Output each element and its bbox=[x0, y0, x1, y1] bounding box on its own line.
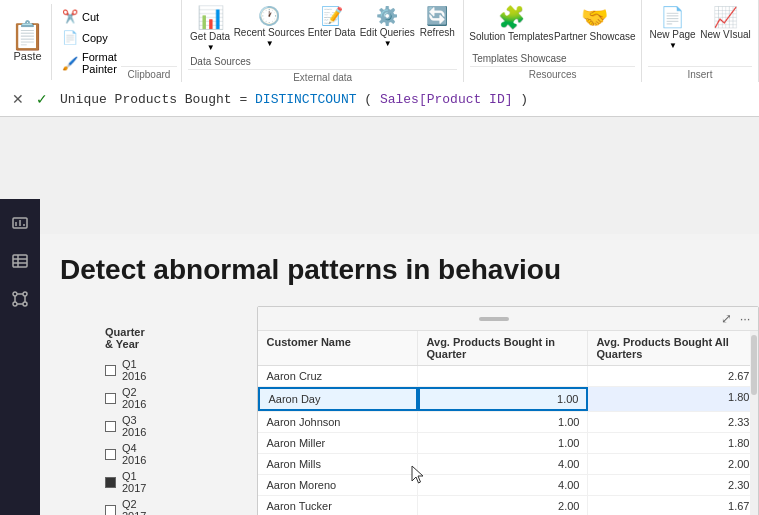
cell-all: 2.30 bbox=[588, 475, 758, 495]
formula-accept-icon[interactable]: ✓ bbox=[32, 89, 52, 109]
cell-quarter: 1.00 bbox=[418, 412, 588, 432]
table-row[interactable]: Aaron Mills 4.00 2.00 bbox=[258, 454, 758, 475]
edit-queries-dropdown-arrow: ▼ bbox=[384, 39, 392, 48]
visual-header-icons: ⤢ ··· bbox=[721, 311, 751, 326]
cell-quarter: 4.00 bbox=[418, 454, 588, 474]
clipboard-group: 📋 Paste ✂️ Cut 📄 Copy 🖌️ Format Painter bbox=[0, 0, 182, 82]
cell-all: 2.67 bbox=[588, 366, 758, 386]
visual-header: ⤢ ··· bbox=[258, 307, 758, 331]
sidebar-icon-report[interactable] bbox=[4, 207, 36, 239]
table-row[interactable]: Aaron Moreno 4.00 2.30 bbox=[258, 475, 758, 496]
partner-showcase-button[interactable]: 🤝 Partner Showcase bbox=[555, 4, 635, 46]
page-title: Detect abnormal patterns in behaviou bbox=[60, 254, 739, 286]
main-canvas: Detect abnormal patterns in behaviou Qua… bbox=[40, 234, 759, 515]
data-sources-label: Data Sources bbox=[188, 56, 457, 67]
visual-more-icon[interactable]: ··· bbox=[740, 311, 751, 326]
table-visual: ⤢ ··· Customer Name Avg. Products Bought… bbox=[257, 306, 759, 515]
drag-handle bbox=[479, 317, 509, 321]
table-row[interactable]: Aaron Day 1.00 1.80 bbox=[258, 387, 758, 412]
sidebar bbox=[0, 199, 40, 515]
refresh-button[interactable]: 🔄 Refresh bbox=[418, 4, 458, 42]
formula-bar: ✕ ✓ Unique Products Bought = DISTINCTCOU… bbox=[0, 82, 759, 117]
enter-data-button[interactable]: 📝 Enter Data bbox=[306, 4, 357, 42]
external-data-group: 📊 Get Data ▼ 🕐 Recent Sources ▼ 📝 Enter … bbox=[182, 0, 464, 82]
formula-paren-open: ( bbox=[364, 92, 380, 107]
cell-quarter: 4.00 bbox=[418, 475, 588, 495]
cell-name: Aaron Tucker bbox=[258, 496, 418, 515]
slicer-checkbox-3 bbox=[105, 449, 116, 460]
slicer-item-4[interactable]: Q1 2017 bbox=[105, 468, 146, 496]
cell-quarter: 2.00 bbox=[418, 496, 588, 515]
visual-expand-icon[interactable]: ⤢ bbox=[721, 311, 732, 326]
content-area: Detect abnormal patterns in behaviou Qua… bbox=[0, 117, 759, 515]
recent-sources-button[interactable]: 🕐 Recent Sources ▼ bbox=[234, 4, 304, 51]
slicer-checkbox-5 bbox=[105, 505, 116, 516]
resources-items: 🧩 Solution Templates 🤝 Partner Showcase bbox=[470, 4, 635, 52]
formula-argument: Sales[Product ID] bbox=[380, 92, 513, 107]
new-page-button[interactable]: 📄 New Page ▼ bbox=[648, 4, 697, 53]
cut-button[interactable]: ✂️ Cut bbox=[58, 7, 121, 26]
recent-sources-dropdown-arrow: ▼ bbox=[266, 39, 274, 48]
col-header-name: Customer Name bbox=[258, 331, 418, 365]
sidebar-icon-data[interactable] bbox=[4, 245, 36, 277]
slicer-visual: Quarter & Year Q1 2016 Q2 2016 Q3 2016 bbox=[105, 326, 146, 515]
cell-all: 2.00 bbox=[588, 454, 758, 474]
formula-function: DISTINCTCOUNT bbox=[255, 92, 356, 107]
formula-content: Unique Products Bought = DISTINCTCOUNT (… bbox=[60, 92, 751, 107]
paste-button[interactable]: 📋 Paste bbox=[4, 4, 51, 80]
cell-name: Aaron Moreno bbox=[258, 475, 418, 495]
slicer-checkbox-4 bbox=[105, 477, 116, 488]
new-visual-button[interactable]: 📈 New VIsual bbox=[699, 4, 752, 44]
templates-showcase-label: Templates Showcase bbox=[470, 53, 635, 64]
cell-name: Aaron Miller bbox=[258, 433, 418, 453]
scrollbar-thumb bbox=[751, 335, 757, 395]
cell-all: 1.67 bbox=[588, 496, 758, 515]
insert-items: 📄 New Page ▼ 📈 New VIsual bbox=[648, 4, 752, 64]
table-header: Customer Name Avg. Products Bought in Qu… bbox=[258, 331, 758, 366]
table-row[interactable]: Aaron Johnson 1.00 2.33 bbox=[258, 412, 758, 433]
get-data-button[interactable]: 📊 Get Data ▼ bbox=[188, 4, 232, 55]
clipboard-secondary: ✂️ Cut 📄 Copy 🖌️ Format Painter bbox=[51, 4, 121, 80]
solution-templates-button[interactable]: 🧩 Solution Templates bbox=[470, 4, 553, 46]
formula-bar-icons: ✕ ✓ bbox=[8, 89, 52, 109]
format-painter-button[interactable]: 🖌️ Format Painter bbox=[58, 49, 121, 77]
sidebar-icon-model[interactable] bbox=[4, 283, 36, 315]
slicer-item-5[interactable]: Q2 2017 bbox=[105, 496, 146, 515]
ribbon-toolbar: 📋 Paste ✂️ Cut 📄 Copy 🖌️ Format Painter bbox=[0, 0, 759, 82]
slicer-item-1[interactable]: Q2 2016 bbox=[105, 384, 146, 412]
external-data-items: 📊 Get Data ▼ 🕐 Recent Sources ▼ 📝 Enter … bbox=[188, 4, 457, 55]
slicer-item-0[interactable]: Q1 2016 bbox=[105, 356, 146, 384]
cell-name: Aaron Johnson bbox=[258, 412, 418, 432]
slicer-checkbox-0 bbox=[105, 365, 116, 376]
formula-paren-close: ) bbox=[520, 92, 528, 107]
col-header-quarter: Avg. Products Bought in Quarter bbox=[418, 331, 588, 365]
svg-rect-4 bbox=[13, 255, 27, 267]
resources-group: 🧩 Solution Templates 🤝 Partner Showcase … bbox=[464, 0, 642, 82]
col-header-all: Avg. Products Bought All Quarters bbox=[588, 331, 758, 365]
svg-point-11 bbox=[23, 302, 27, 306]
table-row[interactable]: Aaron Cruz 2.67 bbox=[258, 366, 758, 387]
cell-all: 2.33 bbox=[588, 412, 758, 432]
table-row[interactable]: Aaron Miller 1.00 1.80 bbox=[258, 433, 758, 454]
visuals-row: Quarter & Year Q1 2016 Q2 2016 Q3 2016 bbox=[60, 302, 739, 515]
slicer-item-3[interactable]: Q4 2016 bbox=[105, 440, 146, 468]
formula-cancel-icon[interactable]: ✕ bbox=[8, 89, 28, 109]
table-row[interactable]: Aaron Tucker 2.00 1.67 bbox=[258, 496, 758, 515]
formula-field-name: Unique Products Bought bbox=[60, 92, 232, 107]
slicer-title: Quarter & Year bbox=[105, 326, 146, 350]
edit-queries-button[interactable]: ⚙️ Edit Queries ▼ bbox=[359, 4, 416, 51]
cell-quarter: 1.00 bbox=[418, 433, 588, 453]
svg-point-10 bbox=[13, 302, 17, 306]
table-scrollbar[interactable] bbox=[750, 331, 758, 515]
svg-point-8 bbox=[13, 292, 17, 296]
slicer-item-2[interactable]: Q3 2016 bbox=[105, 412, 146, 440]
get-data-dropdown-arrow: ▼ bbox=[207, 43, 215, 52]
slicer-checkbox-1 bbox=[105, 393, 116, 404]
new-page-dropdown-arrow: ▼ bbox=[669, 41, 677, 50]
svg-point-9 bbox=[23, 292, 27, 296]
ribbon: 📋 Paste ✂️ Cut 📄 Copy 🖌️ Format Painter bbox=[0, 0, 759, 82]
formula-operator: = bbox=[239, 92, 255, 107]
copy-button[interactable]: 📄 Copy bbox=[58, 28, 121, 47]
cell-quarter-selected: 1.00 bbox=[418, 387, 588, 411]
cell-name: Aaron Cruz bbox=[258, 366, 418, 386]
